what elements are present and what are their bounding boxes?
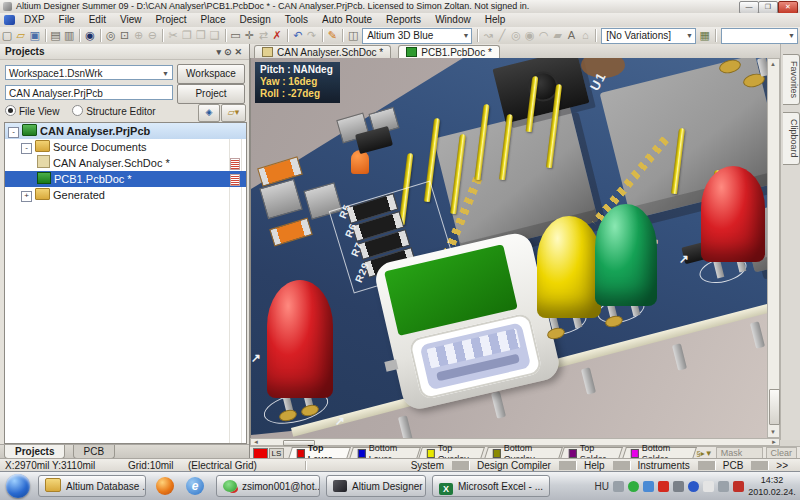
title-bar[interactable]: Altium Designer Summer 09 - D:\CAN Analy… [0,0,800,14]
tab-clipboard[interactable]: Clipboard [783,112,800,165]
undo-icon[interactable]: ↶ [291,28,305,43]
tree-row-generated[interactable]: +Generated [5,187,246,203]
menu-help[interactable]: Help [478,13,513,27]
structure-editor-radio[interactable]: Structure Editor [72,106,155,117]
variations-combobox[interactable]: [No Variations]▼ [601,28,696,44]
tab-schdoc[interactable]: CAN Analyser.SchDoc * [254,45,391,59]
layer-set-button[interactable]: LS [269,448,284,459]
taskbar-button-altium-designer[interactable]: Altium Designer S... [326,475,426,497]
project-button[interactable]: Project [177,84,245,104]
scroll-down-icon[interactable]: ▼ [768,429,778,435]
workspace-button[interactable]: Workspace [177,64,245,84]
network-icon[interactable] [688,481,699,492]
tab-favorites[interactable]: Favorites [783,54,800,105]
menu-place[interactable]: Place [194,13,233,27]
layer-filter-icon[interactable]: §▸▼ [696,449,712,458]
tab-pcb[interactable]: PCB [73,445,116,459]
print-icon[interactable]: ▤ [48,28,62,43]
menu-view[interactable]: View [113,13,149,27]
taskbar-button-messenger[interactable]: zsimon001@hot... [216,475,320,497]
fill-icon[interactable]: ▰ [551,28,565,43]
via-icon[interactable]: ◉ [523,28,537,43]
display-icon[interactable] [643,481,654,492]
interactive-wire-icon[interactable]: ✎ [326,28,340,43]
taskbar-button-altium-database[interactable]: Altium Database ... [38,475,146,497]
chevron-down-icon[interactable]: ▼ [459,32,470,39]
shield-icon[interactable] [673,481,684,492]
pcb-3d-viewport[interactable]: R5 R6 R7 R29 LED11 U1 ↗ ↗ ↗ ↗ [250,58,768,438]
menu-file[interactable]: File [52,13,82,27]
view-3d-icon[interactable]: ◉ [83,28,97,43]
pad-icon[interactable]: ◎ [509,28,523,43]
menu-project[interactable]: Project [148,13,193,27]
signal-icon[interactable] [733,481,744,492]
zoom-document-icon[interactable]: ◎ [104,28,118,43]
menu-dxp[interactable]: DXP [17,13,52,27]
variant-board-icon[interactable]: ▦ [698,28,712,43]
scrollbar-thumb[interactable] [769,389,780,425]
tree-row-project-root[interactable]: -CAN Analyser.PrjPcb [5,123,246,139]
menu-auto-route[interactable]: Auto Route [315,13,379,27]
open-project-tool-button[interactable]: ▱▾ [221,104,246,122]
track-icon[interactable]: ╱ [495,28,509,43]
menu-window[interactable]: Window [428,13,478,27]
messenger-icon[interactable] [628,481,639,492]
pin-icon[interactable]: ⊙ [224,47,235,57]
menu-reports[interactable]: Reports [379,13,428,27]
tree-row-source-documents[interactable]: -Source Documents [5,139,246,155]
tree-row-pcbdoc-selected[interactable]: PCB1.PcbDoc * [5,171,246,187]
scroll-left-icon[interactable]: ◄ [251,439,261,445]
navigator-tool-button[interactable]: ◈ [198,104,220,122]
offline-icon[interactable] [703,481,714,492]
menu-design[interactable]: Design [233,13,278,27]
route-icon[interactable]: ↝ [481,28,495,43]
save-icon[interactable]: ▣ [28,28,42,43]
file-view-radio[interactable]: File View [5,106,59,117]
internet-explorer-icon[interactable]: e [186,477,204,495]
chevron-down-icon[interactable]: ▼ [784,32,795,39]
menu-edit[interactable]: Edit [82,13,113,27]
print-preview-icon[interactable]: ▥ [62,28,76,43]
menu-tools[interactable]: Tools [278,13,315,27]
copy-icon[interactable]: ❐ [180,28,194,43]
select-area-icon[interactable]: ▭ [229,28,243,43]
tree-row-schdoc[interactable]: CAN Analyser.SchDoc * [5,155,246,171]
zoom-out-icon[interactable]: ⊖ [145,28,159,43]
taskbar-clock[interactable]: 14:32 2010.02.24. [746,474,798,498]
panel-close-icon[interactable]: ✕ [234,47,245,57]
scroll-right-icon[interactable]: ► [769,439,779,445]
tab-pcbdoc[interactable]: PCB1.PcbDoc * [398,45,500,59]
zoom-in-icon[interactable]: ⊕ [132,28,146,43]
zoom-area-icon[interactable]: ⊡ [118,28,132,43]
browse-library-icon[interactable]: ◫ [346,28,360,43]
battery-icon[interactable] [613,481,624,492]
move-icon[interactable]: ✛ [242,28,256,43]
workspace-combobox[interactable]: Workspace1.DsnWrk▼ [5,65,173,80]
expand-icon[interactable]: + [21,191,32,202]
start-button[interactable] [6,474,30,498]
string-icon[interactable]: A [565,28,579,43]
collapse-icon[interactable]: - [21,143,32,154]
open-icon[interactable]: ▱ [14,28,28,43]
paste-array-icon[interactable]: ❑ [208,28,222,43]
component-body-icon[interactable]: ⌂ [578,28,592,43]
vertical-scrollbar[interactable]: ▲ ▼ [767,58,780,438]
project-input[interactable]: CAN Analyser.PrjPcb [5,85,173,100]
windows-media-player-icon[interactable] [156,477,174,495]
view-style-combobox[interactable]: Altium 3D Blue▼ [362,28,472,44]
taskbar-button-excel[interactable]: XMicrosoft Excel - ... [432,475,550,497]
volume-icon[interactable] [718,481,729,492]
redo-icon[interactable]: ↷ [305,28,319,43]
scroll-up-icon[interactable]: ▲ [768,61,778,67]
collapse-icon[interactable]: - [8,127,19,138]
cancel-icon[interactable]: ✗ [270,28,284,43]
tab-projects[interactable]: Projects [4,445,65,459]
arc-icon[interactable]: ◠ [537,28,551,43]
reroute-icon[interactable]: ⇄ [256,28,270,43]
panel-menu-icon[interactable]: ▾ [216,47,224,57]
chevron-down-icon[interactable]: ▼ [682,32,693,39]
language-indicator[interactable]: HU [595,481,609,492]
paste-icon[interactable]: ❒ [194,28,208,43]
cut-icon[interactable]: ✂ [166,28,180,43]
empty-combobox[interactable]: ▼ [721,28,798,44]
